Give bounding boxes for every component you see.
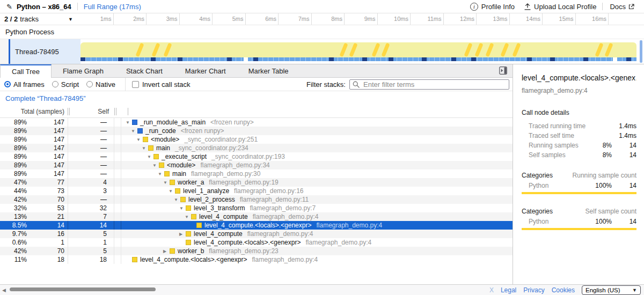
collapse-icon[interactable]: ▼ (152, 163, 159, 168)
process-track-header[interactable]: Python Process (0, 25, 644, 39)
horizontal-scrollbar-thumb[interactable] (10, 287, 156, 291)
scroll-left-arrow-icon[interactable]: ◀ (2, 287, 6, 293)
footer-link-privacy[interactable]: Privacy (523, 286, 544, 294)
function-name: _run_code (145, 127, 176, 135)
table-row[interactable]: 89%147—▼<module>flamegraph_demo.py:34 (0, 161, 513, 169)
radio-native[interactable]: Native (86, 80, 115, 88)
collapse-icon[interactable]: ▼ (147, 154, 153, 159)
category-color-box (170, 248, 175, 254)
collapse-icon[interactable]: ▼ (142, 146, 148, 151)
tracks-dropdown[interactable]: 2 / 2 tracks ▼ (0, 13, 80, 25)
category-row: Python100%14 (522, 182, 636, 189)
footer-link-cookies[interactable]: Cookies (552, 286, 575, 294)
column-resizer[interactable] (114, 108, 116, 115)
categories-header: CategoriesRunning sample count (522, 172, 636, 179)
edit-profile-name-icon[interactable]: ✎ (6, 3, 12, 11)
tab-marker-table[interactable]: Marker Table (237, 64, 300, 77)
expand-icon[interactable]: ▶ (179, 232, 186, 237)
category-color-box (164, 171, 170, 176)
total-samples-cell: 21 (27, 213, 64, 220)
table-row[interactable]: 89%147—▼main_sync_coordinator.py:234 (0, 144, 513, 152)
radio-script[interactable]: Script (52, 80, 79, 88)
table-row[interactable]: 89%147—▼_execute_script_sync_coordinator… (0, 152, 513, 161)
sample-marker (471, 57, 476, 61)
thread-activity-graph[interactable] (80, 42, 636, 57)
ruler-tick: 6ms (246, 13, 279, 25)
collapse-icon[interactable]: ▼ (126, 120, 132, 125)
footer-link-legal[interactable]: Legal (501, 286, 516, 294)
breadcrumb-complete-link[interactable]: Complete “Thread-78495” (5, 94, 86, 102)
thread-track-label[interactable]: Thread-78495 (10, 39, 80, 64)
tab-call-tree[interactable]: Call Tree (0, 64, 52, 78)
thread-sample-strip[interactable] (80, 57, 636, 61)
collapse-icon[interactable]: ▼ (158, 172, 164, 176)
collapse-icon[interactable]: ▼ (163, 180, 170, 185)
collapse-icon[interactable]: ▼ (136, 137, 143, 142)
ruler-tick: 5ms (213, 13, 246, 25)
filter-stacks-input[interactable] (349, 79, 509, 90)
column-header-self[interactable]: Self (70, 108, 109, 115)
tab-flame-graph[interactable]: Flame Graph (52, 64, 115, 77)
tab-marker-chart[interactable]: Marker Chart (174, 64, 237, 77)
profile-info-button[interactable]: i Profile Info (470, 3, 515, 11)
table-row[interactable]: 89%147—▼<module>_sync_coordinator.py:251 (0, 135, 513, 144)
table-row[interactable]: 0.6%11level_4_compute.<locals>.<genexpr>… (0, 238, 513, 247)
expand-icon[interactable]: ▶ (163, 249, 170, 254)
table-row[interactable]: 11%1818level_4_compute.<locals>.<genexpr… (0, 255, 513, 264)
collapse-icon[interactable]: ▼ (174, 197, 180, 202)
self-samples-cell: 5 (68, 247, 107, 255)
ruler-tick: 11ms (411, 13, 444, 25)
self-samples-cell: 7 (68, 213, 107, 220)
table-row[interactable]: 89%147—▼_run_module_as_main<frozen runpy… (0, 118, 513, 127)
timeline-tracks: Python Process Thread-78495 (0, 25, 644, 64)
full-range-link[interactable]: Full Range (17ms) (84, 3, 141, 11)
tree-cell: level_4_compute.<locals>.<genexpr>flameg… (121, 222, 513, 229)
radio-all-frames[interactable]: All frames (4, 80, 45, 88)
sidebar-function-file: flamegraph_demo.py:4 (522, 87, 636, 94)
tree-cell: ▼level_3_transformflamegraph_demo.py:7 (121, 204, 513, 212)
column-divider (114, 178, 114, 187)
table-row[interactable]: 8.5%1414level_4_compute.<locals>.<genexp… (0, 221, 513, 230)
call-node-sidebar: level_4_compute.<locals>.<genex… flamegr… (513, 64, 644, 284)
footer-link-x[interactable]: X (489, 286, 494, 294)
table-row[interactable]: 89%147—▼_run_code<frozen runpy> (0, 127, 513, 135)
table-row[interactable]: 9.7%165▶level_4_computeflamegraph_demo.p… (0, 230, 513, 238)
column-divider (114, 212, 114, 221)
invert-call-stack-checkbox[interactable]: Invert call stack (132, 80, 191, 88)
tree-cell: ▼level_1_analyzeflamegraph_demo.py:16 (121, 187, 513, 195)
activity-spike (604, 43, 613, 57)
table-row[interactable]: 47%774▼worker_aflamegraph_demo.py:19 (0, 178, 513, 187)
total-samples-cell: 147 (27, 136, 64, 143)
column-resizer[interactable] (128, 108, 129, 115)
track-scrollbar[interactable] (640, 40, 642, 63)
sidebar-toggle-button[interactable] (499, 67, 508, 75)
column-divider (114, 118, 114, 127)
tab-stack-chart[interactable]: Stack Chart (115, 64, 174, 77)
collapse-icon[interactable]: ▼ (169, 189, 175, 194)
activity-spike (501, 43, 509, 57)
function-file: flamegraph_demo.py:4 (305, 239, 371, 246)
docs-link[interactable]: Docs (610, 3, 638, 11)
category-color-box (143, 137, 148, 142)
column-divider (114, 127, 114, 135)
category-color-box (191, 214, 196, 219)
function-name: level_2_process (188, 196, 235, 203)
total-samples-cell: 147 (27, 161, 64, 169)
table-row[interactable]: 32%5332▼level_3_transformflamegraph_demo… (0, 204, 513, 212)
table-row[interactable]: 89%147—▼mainflamegraph_demo.py:30 (0, 169, 513, 178)
language-select[interactable]: English (US) ▼ (582, 285, 641, 295)
thread-track[interactable]: Thread-78495 (0, 39, 644, 64)
info-icon: i (470, 3, 478, 11)
table-row[interactable]: 42%705▶worker_bflamegraph_demo.py:23 (0, 247, 513, 255)
collapse-icon[interactable]: ▼ (179, 206, 186, 211)
table-row[interactable]: 13%217▼level_4_computeflamegraph_demo.py… (0, 212, 513, 221)
upload-profile-button[interactable]: Upload Local Profile (524, 3, 596, 11)
table-row[interactable]: 44%733▼level_1_analyzeflamegraph_demo.py… (0, 187, 513, 195)
collapse-icon[interactable]: ▼ (185, 215, 191, 219)
column-header-total[interactable]: Total (samples) (0, 108, 64, 115)
activity-spike (163, 43, 172, 57)
function-file: flamegraph_demo.py:4 (247, 230, 313, 238)
table-row[interactable]: 42%70—▼level_2_processflamegraph_demo.py… (0, 195, 513, 204)
collapse-icon[interactable]: ▼ (131, 129, 137, 134)
column-divider (114, 144, 114, 152)
